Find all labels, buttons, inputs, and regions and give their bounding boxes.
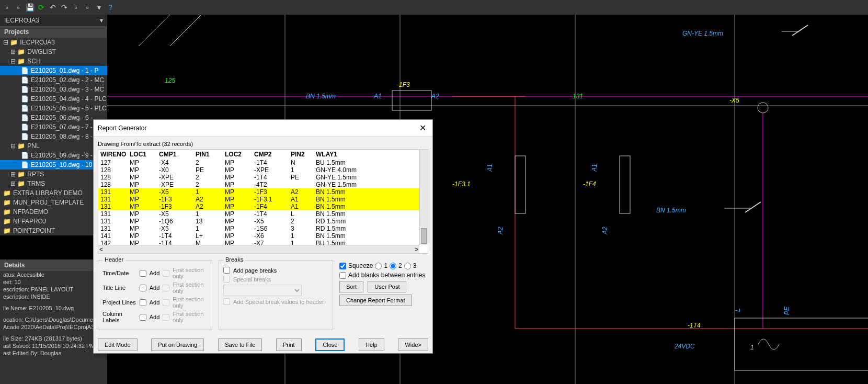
addpb-checkbox[interactable] [223,267,230,274]
tree-other-item[interactable]: 📁MUN_PROJ_TEMPLATE [0,198,107,207]
close-icon[interactable]: ✕ [417,123,428,133]
titleline-add-checkbox[interactable] [140,285,146,291]
label-x5: -X5 [729,97,739,104]
column-header: LOC2 [225,151,254,158]
report-grid[interactable]: WIRENOLOC1CMP1PIN1LOC2CMP2PIN2WLAY1 127M… [98,149,428,254]
project-tree: IECPROJA3▾ Projects ⊟ 📁IECPROJA3 ⊞ 📁DWGL… [0,15,107,235]
tree-root[interactable]: ⊟ 📁IECPROJA3 [0,38,107,47]
column-header: CMP1 [159,151,196,158]
details-panel-title: Details [0,259,107,271]
projlines-add-checkbox[interactable] [140,299,146,306]
new-icon[interactable]: ▫ [2,3,12,12]
label-1t4: -1T4 [688,322,701,329]
detail-loc: ocation: C:\Users\Douglas\Docume [0,316,107,323]
squeeze-radio-3[interactable] [404,263,411,269]
projects-panel-title: Projects [0,26,107,38]
wide-button[interactable]: Wide> [398,338,428,351]
squeeze-radio-1[interactable] [375,263,382,269]
tree-rpts[interactable]: ⊞ 📁RPTS [0,170,107,179]
refresh-icon[interactable]: ⟳ [37,3,46,12]
tree-trms[interactable]: ⊞ 📁TRMS [0,179,107,188]
print-button[interactable]: Print [276,338,302,351]
detail-fsize: ile Size: 274KB (281317 bytes) [0,335,107,342]
close-button[interactable]: Close [315,338,345,351]
svg-line-13 [792,25,808,36]
table-row[interactable]: 128MP-XPE2MP-4T2GN-YE 1.5mm [98,181,428,188]
tree-sch-item[interactable]: 📄E210205_06.dwg - 6 - [0,113,107,122]
tree-sch-item[interactable]: 📄E210205_03.dwg - 3 - MC [0,85,107,94]
tree-sch-item[interactable]: 📄E210205_07.dwg - 7 - [0,122,107,132]
tree-dwglist[interactable]: ⊞ 📁DWGLIST [0,47,107,57]
dialog-subtitle: Drawing From/To extract (32 records) [98,141,428,147]
changeformat-button[interactable]: Change Report Format [339,295,412,306]
collabels-first-checkbox [163,314,169,321]
undo-icon[interactable]: ↶ [48,3,58,12]
label-a1-1: A1 [373,93,382,100]
tree-pnl-item[interactable]: 📄E210205_10.dwg - 10 - [0,160,107,170]
timedate-add-checkbox[interactable] [140,270,146,277]
table-row[interactable]: 128MP-XPE2MP-1T4PEGN-YE 1.5mm [98,174,428,181]
svg-point-14 [758,103,768,113]
svg-rect-20 [735,318,868,370]
editmode-button[interactable]: Edit Mode [98,338,138,351]
detail-loc2: Acade 2020\AeData\Proj\IECprojA3 [0,323,107,331]
label-one: 1 [750,344,754,351]
label-a2-3: A2 [601,227,609,235]
help-button[interactable]: Help [359,338,384,351]
column-header: CMP2 [254,151,291,158]
table-row[interactable]: 131MP-X51MP-1S63RD 1.5mm [98,225,428,232]
addspecial-checkbox [223,298,230,305]
horizontal-scrollbar[interactable]: <> [98,245,419,253]
svg-rect-17 [620,156,630,213]
userpost-button[interactable]: User Post [368,281,406,292]
timedate-first-checkbox [163,270,169,277]
label-a1-3: A1 [591,164,598,172]
save-icon[interactable]: 💾 [25,3,35,12]
project-selector[interactable]: IECPROJA3▾ [0,15,107,26]
detail-saved: ast Saved: 11/15/2018 10:24:32 PM [0,342,107,349]
collabels-add-checkbox[interactable] [140,314,146,321]
tree-other-item[interactable]: 📁NFPAPROJ [0,217,107,226]
table-row[interactable]: 141MP-1T4L+MP-X61BN 1.5mm [98,232,428,240]
print-icon[interactable]: ▫ [71,3,81,12]
help-icon[interactable]: ? [106,3,115,12]
tree-pnl[interactable]: ⊟ 📁PNL [0,141,107,151]
tree-other-item[interactable]: 📁POINT2POINT [0,226,107,235]
table-row[interactable]: 131MP-1F3A2MP-1F4A1BN 1.5mm [98,203,428,210]
detail-desc2: escription: INSIDE [0,293,107,300]
tree-sch-item[interactable]: 📄E210205_01.dwg - 1 - P [0,66,107,75]
tree-sch-item[interactable]: 📄E210205_05.dwg - 5 - PLC [0,104,107,113]
svg-rect-8 [392,91,431,110]
savetofile-button[interactable]: Save to File [218,338,262,351]
tree-sch-item[interactable]: 📄E210205_02.dwg - 2 - MC [0,75,107,85]
dialog-title-text: Report Generator [98,125,146,132]
putondrawing-button[interactable]: Put on Drawing [151,338,204,351]
label-L: L [734,308,741,312]
table-row[interactable]: 131MP-1Q613MP-X52RD 1.5mm [98,218,428,225]
redo-icon[interactable]: ↷ [60,3,69,12]
squeeze-radio-2[interactable] [390,263,396,269]
sort-button[interactable]: Sort [339,281,363,292]
tree-sch-item[interactable]: 📄E210205_04.dwg - 4 - PLC [0,94,107,104]
label-gnye: GN-YE 1.5mm [682,30,723,37]
tree-other-item[interactable]: 📁NFPADEMO [0,207,107,217]
table-row[interactable]: 127MP-X42MP-1T4NBU 1.5mm [98,159,428,166]
label-1f4: -1F4 [583,180,596,188]
squeeze-checkbox[interactable] [339,263,346,269]
tree-sch-item[interactable]: 📄E210205_08.dwg - 8 - [0,132,107,141]
table-row[interactable]: 131MP-1F3A2MP-1F3.1A1BN 1.5mm [98,196,428,203]
vertical-scrollbar[interactable] [419,150,428,245]
addblanks-checkbox[interactable] [339,272,346,279]
specialb-select [223,285,302,296]
open-icon[interactable]: ▫ [14,3,23,12]
label-24vdc: 24VDC [674,343,695,350]
tree-other-item[interactable]: 📁EXTRA LIBRARY DEMO [0,188,107,198]
plot-icon[interactable]: ▫ [83,3,92,12]
dialog-titlebar[interactable]: Report Generator ✕ [94,120,432,137]
table-row[interactable]: 131MP-X51MP-1F3A2BN 1.5mm [98,188,428,196]
tree-pnl-item[interactable]: 📄E210205_09.dwg - 9 - [0,151,107,160]
table-row[interactable]: 131MP-X51MP-1T4LBN 1.5mm [98,210,428,218]
tree-sch[interactable]: ⊟ 📁SCH [0,57,107,66]
dropdown-icon[interactable]: ▾ [94,3,104,12]
table-row[interactable]: 128MP-X0PEMP-XPE1GN-YE 4.0mm [98,166,428,174]
